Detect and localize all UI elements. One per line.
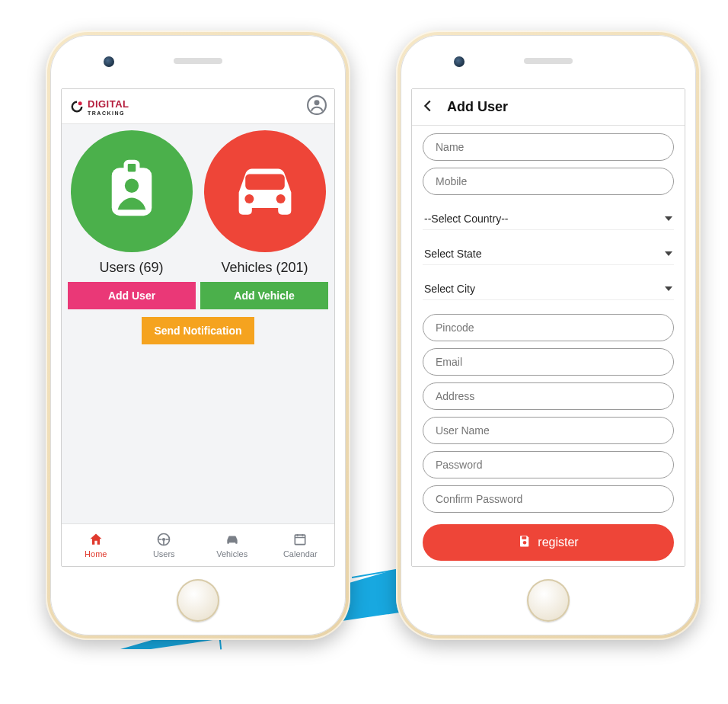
car-icon (223, 148, 307, 235)
nav-vehicles-label: Vehicles (216, 549, 247, 558)
home-icon (88, 532, 104, 549)
vehicles-circle[interactable] (204, 130, 326, 252)
vehicles-card: Vehicles (201) (201, 130, 328, 282)
name-field[interactable]: Name (423, 133, 674, 161)
hardware-home-button[interactable] (527, 579, 570, 622)
users-label: Users (69) (99, 260, 163, 276)
svg-point-2 (78, 101, 82, 105)
car-small-icon (225, 532, 240, 549)
speaker-slot (174, 58, 222, 64)
svg-point-4 (315, 100, 320, 105)
svg-rect-13 (295, 535, 305, 545)
back-arrow-icon[interactable] (420, 98, 436, 117)
nav-users-label: Users (153, 549, 175, 558)
register-label: register (538, 536, 578, 549)
logo-icon (69, 99, 85, 114)
hardware-home-button[interactable] (177, 579, 219, 622)
username-field[interactable]: User Name (423, 417, 674, 444)
svg-point-7 (124, 179, 138, 193)
user-badge-icon (100, 158, 164, 225)
select-city-label: Select City (424, 283, 475, 295)
phone-frame-2: Add User Name Mobile --Select Country-- … (396, 30, 701, 640)
speaker-slot (524, 58, 573, 64)
svg-point-9 (244, 194, 254, 203)
bottom-nav: Home Users Vehicles Calendar (62, 523, 334, 566)
svg-point-10 (276, 194, 285, 203)
svg-point-15 (523, 541, 527, 545)
chevron-down-icon (665, 286, 672, 291)
nav-home-label: Home (85, 549, 107, 558)
nav-vehicles[interactable]: Vehicles (198, 524, 267, 566)
select-country-label: --Select Country-- (424, 213, 508, 225)
chevron-down-icon (665, 251, 672, 256)
mobile-field[interactable]: Mobile (423, 168, 674, 195)
form-body: Name Mobile --Select Country-- Select St… (412, 126, 685, 566)
chevron-down-icon (665, 216, 672, 221)
svg-point-12 (162, 538, 165, 541)
nav-home[interactable]: Home (62, 524, 130, 566)
dashboard: Users (69) Vehicles (201) Add User Add V… (62, 124, 334, 523)
select-state-label: Select State (424, 248, 482, 260)
send-notification-button[interactable]: Send Notification (142, 317, 254, 344)
save-icon (518, 534, 532, 551)
svg-rect-8 (245, 174, 285, 190)
pincode-field[interactable]: Pincode (423, 314, 674, 341)
nav-calendar-label: Calendar (283, 549, 318, 558)
email-field[interactable]: Email (423, 348, 674, 376)
users-card: Users (69) (68, 130, 195, 282)
svg-rect-6 (126, 162, 138, 174)
select-city[interactable]: Select City (423, 277, 674, 300)
steering-wheel-icon (156, 532, 171, 549)
select-state[interactable]: Select State (423, 242, 674, 265)
add-vehicle-button[interactable]: Add Vehicle (200, 282, 328, 309)
password-field[interactable]: Password (423, 451, 674, 478)
logo-text-top: DIGITAL (88, 98, 129, 110)
app-logo: DIGITAL TRACKING (69, 97, 129, 116)
confirm-password-field[interactable]: Confirm Password (423, 485, 674, 513)
logo-text-sub: TRACKING (88, 110, 129, 116)
nav-calendar[interactable]: Calendar (267, 524, 335, 566)
app-header: DIGITAL TRACKING (62, 89, 334, 124)
svg-rect-14 (522, 536, 527, 539)
address-field[interactable]: Address (423, 382, 674, 410)
profile-icon[interactable] (307, 95, 327, 118)
phone-frame-1: DIGITAL TRACKING Us (46, 30, 350, 640)
add-user-button[interactable]: Add User (68, 282, 196, 309)
vehicles-label: Vehicles (201) (221, 260, 308, 276)
screen-add-user: Add User Name Mobile --Select Country-- … (411, 88, 685, 567)
select-country[interactable]: --Select Country-- (423, 206, 674, 230)
users-circle[interactable] (71, 130, 193, 252)
camera-dot (454, 56, 465, 67)
calendar-icon (292, 532, 308, 549)
nav-users[interactable]: Users (130, 524, 199, 566)
screen-home: DIGITAL TRACKING Us (61, 88, 335, 567)
register-button[interactable]: register (423, 524, 674, 561)
camera-dot (104, 56, 114, 67)
form-title: Add User (447, 99, 508, 115)
form-header: Add User (412, 89, 685, 126)
